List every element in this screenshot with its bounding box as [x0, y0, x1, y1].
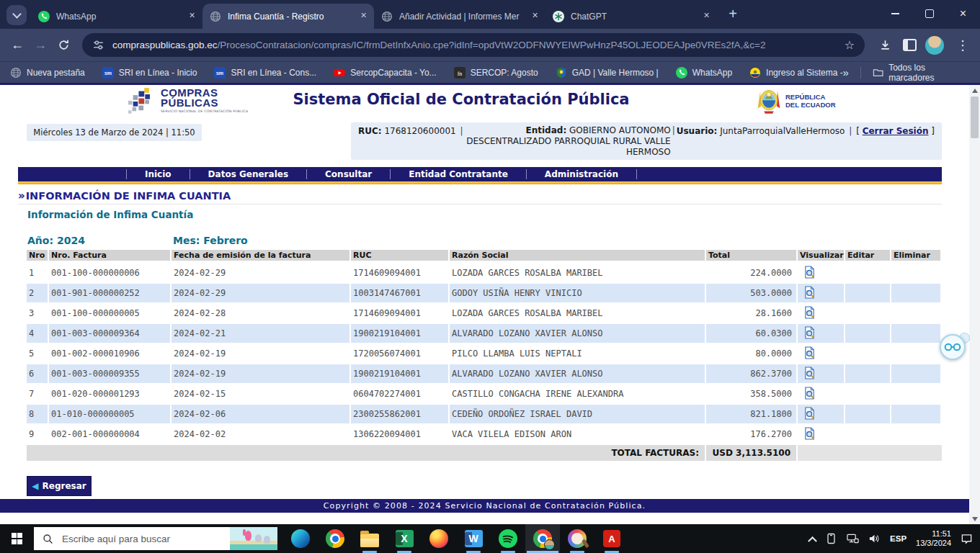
- close-window-button[interactable]: ×: [946, 0, 980, 27]
- tab-whatsapp[interactable]: WhatsApp×: [31, 4, 202, 29]
- bookmark-star-icon[interactable]: ☆: [845, 38, 855, 52]
- menu-item-inicio[interactable]: Inicio: [126, 169, 190, 179]
- tab-infima-cuantia[interactable]: Infima Cuantía - Registro×: [202, 4, 374, 29]
- tab-close-icon[interactable]: ×: [357, 10, 370, 22]
- tab-chatgpt[interactable]: ChatGPT×: [545, 4, 717, 29]
- notifications-icon[interactable]: [961, 533, 973, 544]
- visualizar-icon[interactable]: [800, 326, 816, 341]
- cell-nro: 3: [27, 304, 49, 323]
- cell-factura: 001-003-000009364: [49, 324, 172, 343]
- side-panel-button[interactable]: [898, 34, 921, 57]
- tab-search-button[interactable]: [6, 5, 27, 25]
- cell-editar: [845, 284, 891, 302]
- taskbar-chrome[interactable]: [318, 524, 352, 553]
- table-row: 4001-003-0000093642024-02-21190021910400…: [27, 324, 942, 343]
- bookmark-sercop-agosto[interactable]: fnSERCOP: Agosto: [454, 67, 538, 78]
- cell-nro: 5: [27, 344, 49, 363]
- scrollbar-thumb[interactable]: [971, 96, 979, 138]
- taskbar-excel[interactable]: X: [387, 524, 422, 553]
- bookmark-whatsapp[interactable]: WhatsApp: [676, 67, 732, 78]
- tablet-icon[interactable]: [825, 533, 837, 544]
- bookmark-ingreso-sistema[interactable]: Ingreso al Sistema -...: [749, 67, 842, 78]
- tray-expand-icon[interactable]: [808, 536, 817, 545]
- cell-fecha: 2024-02-15: [172, 385, 351, 403]
- taskbar-firefox[interactable]: [422, 524, 456, 553]
- visualizar-icon[interactable]: [800, 407, 816, 422]
- taskbar-spotify[interactable]: [491, 524, 525, 553]
- regresar-button[interactable]: ◀ Regresar: [27, 476, 92, 496]
- year-filter: Año: 2024: [27, 235, 85, 246]
- visualizar-icon[interactable]: [800, 427, 816, 442]
- reload-button[interactable]: [52, 34, 75, 57]
- cell-fecha: 2024-02-29: [172, 264, 351, 282]
- tab-anadir-actividad[interactable]: Añadir Actividad | Informes Mer×: [374, 4, 545, 29]
- user-display: Usuario: JuntaParroquialValleHermoso | […: [677, 125, 935, 136]
- cell-nro: 9: [27, 425, 49, 444]
- new-tab-button[interactable]: +: [723, 5, 742, 24]
- menu-item-administracion[interactable]: Administración: [526, 169, 637, 179]
- bookmark-nueva-pestana[interactable]: Nueva pestaña: [10, 67, 85, 78]
- taskbar-search[interactable]: [34, 527, 277, 550]
- search-input[interactable]: [61, 533, 200, 545]
- menu-item-datos-generales[interactable]: Datos Generales: [190, 169, 306, 179]
- bookmark-sri-inicio[interactable]: SRISRI en Línea - Inicio: [102, 67, 197, 78]
- clock[interactable]: 11:51 13/3/2024: [916, 529, 951, 548]
- scroll-up-button[interactable]: [969, 85, 980, 96]
- taskbar-file-explorer[interactable]: [352, 524, 387, 553]
- logout-link[interactable]: Cerrar Sesión: [863, 126, 929, 136]
- table-row: 2001-901-0000002522024-02-29100314746700…: [27, 284, 942, 302]
- taskbar-acrobat[interactable]: A: [594, 524, 629, 553]
- visualizar-icon[interactable]: [800, 346, 816, 361]
- menu-item-entidad-contratante[interactable]: Entidad Contratante: [390, 169, 526, 179]
- network-icon[interactable]: [847, 533, 859, 544]
- downloads-button[interactable]: [873, 34, 896, 57]
- all-bookmarks-label[interactable]: Todos los marcadores: [888, 63, 970, 83]
- page-top-stripe: [0, 83, 980, 85]
- cell-ruc: 1714609094001: [351, 264, 450, 282]
- visualizar-icon[interactable]: [800, 367, 816, 382]
- floating-extension-widget[interactable]: [940, 333, 970, 361]
- windows-logo-icon: [12, 533, 23, 544]
- profile-avatar[interactable]: [925, 36, 944, 55]
- page-viewport: COMPRAS PÚBLICAS SERVICIO NACIONAL DE CO…: [0, 83, 980, 524]
- start-button[interactable]: [0, 524, 34, 553]
- cell-razon: CASTILLO CONGACHA IRENE ALEXANDRA: [450, 385, 706, 403]
- forward-button[interactable]: →: [29, 34, 52, 57]
- cell-fecha: 2024-02-28: [172, 304, 351, 323]
- address-bar[interactable]: compraspublicas.gob.ec/ProcesoContrataci…: [82, 33, 865, 57]
- language-indicator[interactable]: ESP: [890, 534, 906, 543]
- taskbar-chrome-active[interactable]: [525, 524, 560, 553]
- bookmark-gad-valle-hermoso[interactable]: GAD | Valle Hermoso |: [556, 67, 659, 78]
- windows-taskbar: X W A ESP 11:51 13/3/2024: [0, 524, 980, 553]
- tab-title: Infima Cuantía - Registro: [228, 12, 357, 22]
- taskbar-edge[interactable]: [283, 524, 318, 553]
- maximize-button[interactable]: [912, 0, 946, 27]
- speaker-icon[interactable]: [868, 533, 881, 544]
- tab-close-icon[interactable]: ×: [186, 10, 198, 22]
- chevron-down-icon: [12, 9, 22, 19]
- tab-close-icon[interactable]: ×: [700, 10, 713, 22]
- cell-ruc: 1720056074001: [351, 344, 450, 363]
- back-button[interactable]: ←: [6, 34, 29, 57]
- bookmark-sri-consultas[interactable]: SRISRI en Línea - Cons...: [214, 67, 316, 78]
- visualizar-icon[interactable]: [800, 387, 816, 402]
- shield-icon: [556, 67, 567, 78]
- site-settings-icon[interactable]: [92, 39, 104, 51]
- minimize-button[interactable]: [878, 0, 912, 27]
- browser-menu-button[interactable]: ⋮: [951, 34, 974, 57]
- scroll-down-button[interactable]: [969, 513, 980, 524]
- taskbar-paint[interactable]: [560, 524, 594, 553]
- menu-item-consultar[interactable]: Consultar: [306, 169, 390, 179]
- url-text[interactable]: compraspublicas.gob.ec/ProcesoContrataci…: [112, 40, 839, 50]
- page-scrollbar[interactable]: [969, 85, 980, 524]
- tab-close-icon[interactable]: ×: [529, 10, 541, 22]
- bookmarks-overflow-button[interactable]: »: [843, 66, 849, 78]
- taskbar-word[interactable]: W: [456, 524, 491, 553]
- visualizar-icon[interactable]: [800, 306, 816, 321]
- visualizar-icon[interactable]: [800, 266, 816, 281]
- bookmark-sercopcapacita[interactable]: SercopCapacita - Yo...: [334, 67, 436, 78]
- visualizar-icon[interactable]: [800, 286, 816, 301]
- search-icon: [43, 534, 53, 544]
- window-controls: ×: [878, 0, 980, 27]
- cell-ruc: 0604702274001: [351, 385, 450, 403]
